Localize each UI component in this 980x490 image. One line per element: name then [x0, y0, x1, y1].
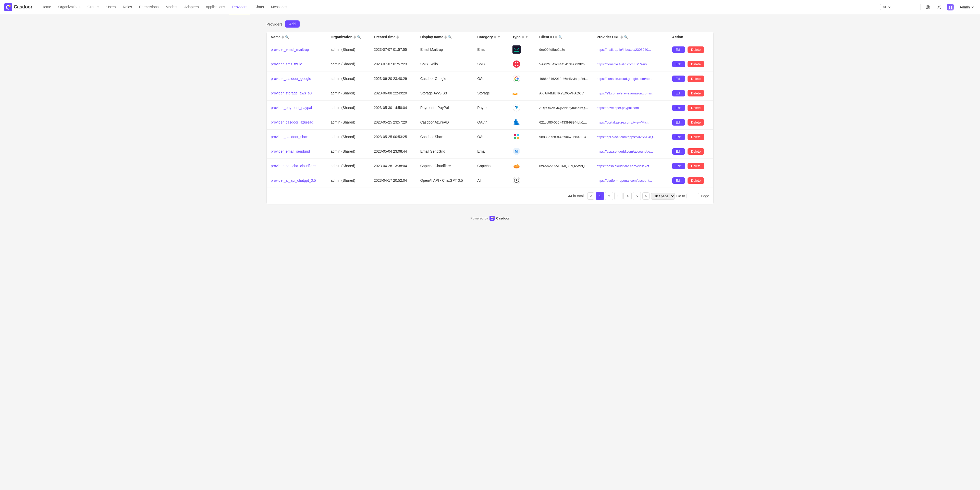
search-display-icon[interactable]: 🔍 [448, 35, 452, 39]
provider-url-link[interactable]: https://portal.azure.com/#view/Micr... [597, 121, 651, 124]
search-clientid-icon[interactable]: 🔍 [558, 35, 562, 39]
user-menu[interactable]: Admin [958, 4, 976, 10]
delete-button[interactable]: Delete [687, 46, 704, 53]
page-btn-5[interactable]: 5 [633, 192, 641, 200]
edit-button[interactable]: Edit [672, 134, 685, 140]
nav-item-models[interactable]: Models [162, 0, 180, 14]
provider-url-link[interactable]: https://console.cloud.google.com/ap... [597, 77, 652, 81]
cell-action: Edit Delete [668, 159, 713, 173]
delete-button[interactable]: Delete [687, 105, 704, 111]
provider-url-link[interactable]: https://console.twilio.com/us1/serv... [597, 62, 649, 66]
provider-link[interactable]: provider_sms_twilio [271, 62, 302, 66]
nav-item-groups[interactable]: Groups [84, 0, 102, 14]
sort-clientid[interactable] [555, 35, 557, 39]
nav-item-adapters[interactable]: Adapters [181, 0, 202, 14]
search-name-icon[interactable]: 🔍 [285, 35, 289, 39]
provider-url-link[interactable]: https://developer.paypal.com [597, 106, 639, 110]
search-org-icon[interactable]: 🔍 [357, 35, 361, 39]
edit-button[interactable]: Edit [672, 163, 685, 169]
sort-type[interactable] [522, 35, 524, 39]
sort-display[interactable] [444, 35, 447, 39]
add-button[interactable]: Add [285, 21, 300, 27]
delete-button[interactable]: Delete [687, 134, 704, 140]
delete-button[interactable]: Delete [687, 119, 704, 126]
nav-item-permissions[interactable]: Permissions [136, 0, 162, 14]
provider-url-link[interactable]: https://platform.openai.com/account... [597, 179, 652, 183]
provider-link[interactable]: provider_casdoor_slack [271, 135, 309, 139]
sort-url[interactable] [620, 35, 623, 39]
nav-item-organizations[interactable]: Organizations [55, 0, 83, 14]
edit-button[interactable]: Edit [672, 46, 685, 53]
nav-item-...[interactable]: ... [291, 0, 301, 14]
page-btn-3[interactable]: 3 [614, 192, 622, 200]
delete-button[interactable]: Delete [687, 163, 704, 169]
org-search[interactable]: All [880, 4, 921, 10]
provider-link[interactable]: provider_storage_aws_s3 [271, 91, 312, 95]
edit-button[interactable]: Edit [672, 76, 685, 82]
prev-page-button[interactable]: < [587, 192, 594, 200]
cell-clientid: 498643462012-46o4fvvlaqq2efclgdqoef... [535, 72, 593, 86]
cell-action: Edit Delete [668, 115, 713, 130]
delete-button[interactable]: Delete [687, 61, 704, 67]
toolbar: Providers Add [266, 21, 714, 27]
cell-category: Email [473, 42, 508, 57]
provider-link[interactable]: provider_email_sendgrid [271, 149, 310, 153]
sort-category[interactable] [494, 35, 496, 39]
cell-type-icon: aws [508, 86, 535, 100]
cell-type-icon: M [508, 144, 535, 159]
theme-icon[interactable] [935, 3, 943, 11]
provider-url-link[interactable]: https://s3.console.aws.amazon.com/s... [597, 91, 655, 95]
edit-button[interactable]: Edit [672, 119, 685, 126]
nav-item-chats[interactable]: Chats [251, 0, 267, 14]
cell-display: SMS Twilio [416, 57, 473, 72]
provider-link[interactable]: provider_payment_paypal [271, 106, 312, 110]
nav-item-users[interactable]: Users [103, 0, 119, 14]
sort-created[interactable] [396, 35, 399, 39]
footer-text: Powered by [470, 216, 488, 220]
sort-org[interactable] [353, 35, 356, 39]
nav-item-applications[interactable]: Applications [203, 0, 228, 14]
edit-button[interactable]: Edit [672, 61, 685, 67]
search-url-icon[interactable]: 🔍 [624, 35, 628, 39]
per-page-select[interactable]: 10 / page 20 / page 50 / page [651, 192, 675, 200]
edit-button[interactable]: Edit [672, 177, 685, 184]
edit-button[interactable]: Edit [672, 148, 685, 155]
cell-url: https://mailtrap.io/inboxes/2308940... [593, 42, 668, 57]
edit-button[interactable]: Edit [672, 105, 685, 111]
svg-rect-24 [514, 137, 516, 139]
nav-item-home[interactable]: Home [38, 0, 54, 14]
edit-button[interactable]: Edit [672, 90, 685, 97]
provider-link[interactable]: provider_email_mailtrap [271, 48, 309, 52]
cell-created: 2023-05-04 23:08:44 [370, 144, 416, 159]
nav-item-providers[interactable]: Providers [229, 0, 250, 14]
delete-button[interactable]: Delete [687, 148, 704, 155]
provider-url-link[interactable]: https://dash.cloudflare.com/e20e7cf... [597, 164, 652, 168]
page-btn-1[interactable]: 1 [596, 192, 604, 200]
globe-icon[interactable] [924, 3, 932, 11]
next-page-button[interactable]: > [642, 192, 649, 200]
delete-button[interactable]: Delete [687, 177, 704, 184]
provider-url-link[interactable]: https://mailtrap.io/inboxes/2308940... [597, 48, 651, 52]
delete-button[interactable]: Delete [687, 76, 704, 82]
provider-link[interactable]: provider_ai_api_chatgpt_3.5 [271, 178, 316, 183]
page-btn-2[interactable]: 2 [605, 192, 613, 200]
provider-link[interactable]: provider_casdoor_azuread [271, 120, 313, 124]
svg-point-11 [515, 62, 516, 64]
sort-name[interactable] [282, 35, 284, 39]
page-btn-4[interactable]: 4 [624, 192, 632, 200]
delete-button[interactable]: Delete [687, 90, 704, 97]
app-icon[interactable] [946, 3, 955, 11]
svg-rect-5 [951, 6, 952, 7]
page-label: Page [701, 194, 709, 198]
provider-link[interactable]: provider_captcha_cloudflare [271, 164, 316, 168]
nav-item-messages[interactable]: Messages [268, 0, 290, 14]
provider-url-link[interactable]: https://app.sendgrid.com/account/de... [597, 150, 653, 153]
provider-link[interactable]: provider_casdoor_google [271, 76, 311, 81]
nav-item-roles[interactable]: Roles [120, 0, 135, 14]
filter-type-icon[interactable]: ▼ [525, 35, 528, 39]
cell-created: 2023-05-30 14:58:04 [370, 100, 416, 115]
filter-category-icon[interactable]: ▼ [497, 35, 501, 39]
provider-url-link[interactable]: https://api.slack.com/apps/A02SNP4Q... [597, 135, 655, 139]
goto-input[interactable] [687, 193, 699, 199]
logo[interactable]: Casdoor [4, 3, 32, 11]
